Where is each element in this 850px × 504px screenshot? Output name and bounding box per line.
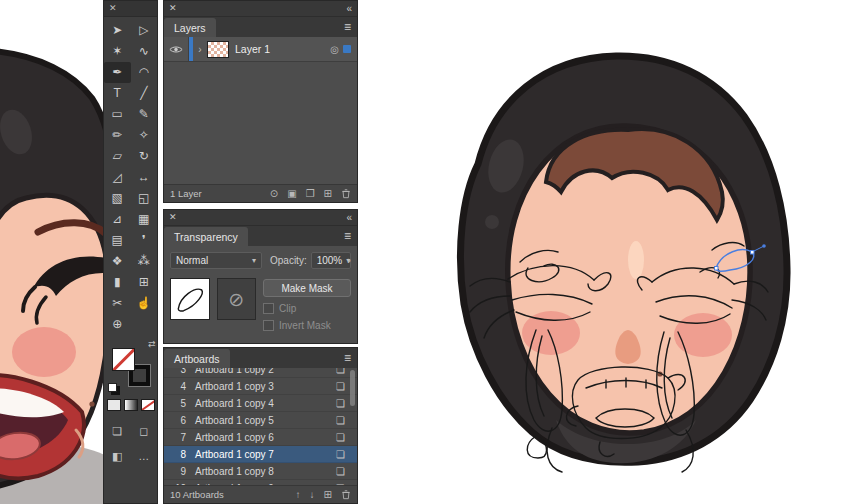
artboard-name[interactable]: Artboard 1 copy 4 <box>195 398 336 409</box>
perspective-grid-tool[interactable]: ⊿ <box>104 209 131 230</box>
clip-checkbox[interactable]: Clip <box>263 303 351 314</box>
color-button[interactable] <box>107 399 121 411</box>
gradient-button[interactable] <box>124 399 138 411</box>
lasso-tool[interactable]: ∿ <box>131 41 158 62</box>
layer-row[interactable]: › Layer 1 ◎ <box>164 37 357 62</box>
eraser-tool[interactable]: ▱ <box>104 146 131 167</box>
edit-toolbar-icon[interactable]: … <box>138 450 149 463</box>
artboard-name[interactable]: Artboard 1 copy 6 <box>195 432 336 443</box>
artboard-page-icon[interactable]: ❏ <box>336 368 345 375</box>
artboard-name[interactable]: Artboard 1 copy 7 <box>195 449 336 460</box>
default-fill-stroke-icon[interactable] <box>108 383 117 392</box>
artboard-page-icon[interactable]: ❏ <box>336 432 345 443</box>
invert-mask-checkbox[interactable]: Invert Mask <box>263 320 351 331</box>
swap-fill-stroke-icon[interactable]: ⇄ <box>148 339 156 349</box>
magic-wand-tool[interactable]: ✶ <box>104 41 131 62</box>
free-transform-tool[interactable]: ▧ <box>104 188 131 209</box>
direct-selection-tool[interactable]: ▷ <box>131 20 158 41</box>
scale-tool[interactable]: ◿ <box>104 167 131 188</box>
artboard-page-icon[interactable]: ❏ <box>336 466 345 477</box>
collapse-icon[interactable]: « <box>346 1 352 16</box>
scrollbar-thumb[interactable] <box>350 370 355 406</box>
pen-handle-dot[interactable] <box>762 244 766 248</box>
zoom-tool[interactable]: ⊕ <box>104 314 131 335</box>
visibility-toggle[interactable] <box>164 37 189 61</box>
selection-tool[interactable]: ➤ <box>104 20 131 41</box>
mask-thumbnail[interactable]: ⊘ <box>217 278 257 320</box>
hand-tool[interactable]: ☝ <box>131 293 158 314</box>
checkbox-box[interactable] <box>263 303 274 314</box>
curvature-tool[interactable]: ◠ <box>131 62 158 83</box>
none-button[interactable] <box>141 399 155 411</box>
artboard-tool[interactable]: ⊞ <box>131 272 158 293</box>
draw-inside-icon[interactable]: ◻ <box>139 425 148 438</box>
main-artwork[interactable] <box>460 56 787 472</box>
new-layer-icon[interactable]: ⊞ <box>324 188 332 199</box>
target-icon[interactable]: ◎ <box>330 44 339 55</box>
artboard-row[interactable]: 6 Artboard 1 copy 5 ❏ <box>164 412 357 429</box>
object-thumbnail[interactable] <box>170 278 210 320</box>
blend-mode-select[interactable]: Normal ▾ <box>170 252 262 269</box>
screen-mode-icon[interactable]: ◧ <box>112 450 122 463</box>
eyedropper-tool[interactable]: ❜ <box>131 230 158 251</box>
width-tool[interactable]: ↔ <box>131 167 158 188</box>
opacity-input[interactable]: 100% ▾ <box>311 252 351 269</box>
artboard-name[interactable]: Artboard 1 copy 5 <box>195 415 336 426</box>
shaper-tool[interactable]: ✧ <box>131 125 158 146</box>
artboard-page-icon[interactable]: ❏ <box>336 449 345 460</box>
move-down-icon[interactable]: ↓ <box>310 489 315 500</box>
artboard-page-icon[interactable]: ❏ <box>336 398 345 409</box>
rectangle-tool[interactable]: ▭ <box>104 104 131 125</box>
artboard-row[interactable]: 3 Artboard 1 copy 2 ❏ <box>164 368 357 378</box>
panel-menu-icon[interactable]: ≡ <box>344 17 357 37</box>
symbol-sprayer-tool[interactable]: ⁂ <box>131 251 158 272</box>
expand-arrow-icon[interactable]: › <box>193 44 207 55</box>
artboard-row[interactable]: 7 Artboard 1 copy 6 ❏ <box>164 429 357 446</box>
type-tool[interactable]: T <box>104 83 131 104</box>
shape-builder-tool[interactable]: ◱ <box>131 188 158 209</box>
artboard-row-selected[interactable]: 8 Artboard 1 copy 7 ❏ <box>164 446 357 463</box>
layer-name[interactable]: Layer 1 <box>235 43 330 55</box>
blend-tool[interactable]: ❖ <box>104 251 131 272</box>
new-artboard-icon[interactable]: ⊞ <box>324 489 332 500</box>
fill-swatch[interactable] <box>112 348 135 371</box>
panel-menu-icon[interactable]: ≡ <box>344 348 357 368</box>
tab-transparency[interactable]: Transparency <box>164 227 248 246</box>
pencil-tool[interactable]: ✏ <box>104 125 131 146</box>
make-clipping-mask-icon[interactable]: ▣ <box>287 188 296 199</box>
panel-options-arrow[interactable]: › <box>347 254 351 266</box>
artboard-page-icon[interactable]: ❏ <box>336 381 345 392</box>
close-icon[interactable]: ✕ <box>109 3 117 13</box>
line-segment-tool[interactable]: ╱ <box>131 83 158 104</box>
tab-artboards[interactable]: Artboards <box>164 349 230 368</box>
artboard-row[interactable]: 5 Artboard 1 copy 4 ❏ <box>164 395 357 412</box>
move-up-icon[interactable]: ↑ <box>296 489 301 500</box>
artboard-row[interactable]: 4 Artboard 1 copy 3 ❏ <box>164 378 357 395</box>
pen-tool[interactable]: ✒ <box>104 62 131 83</box>
selected-art-indicator[interactable] <box>343 45 351 53</box>
gradient-tool[interactable]: ▤ <box>104 230 131 251</box>
paintbrush-tool[interactable]: ✎ <box>131 104 158 125</box>
artboard-name[interactable]: Artboard 1 copy 3 <box>195 381 336 392</box>
make-mask-button[interactable]: Make Mask <box>263 279 351 297</box>
artboard-row[interactable]: 9 Artboard 1 copy 8 ❏ <box>164 463 357 480</box>
pen-anchor-point[interactable] <box>751 251 755 255</box>
close-icon[interactable]: ✕ <box>169 210 177 225</box>
slice-tool[interactable]: ✂ <box>104 293 131 314</box>
tab-layers[interactable]: Layers <box>164 18 216 37</box>
mesh-tool[interactable]: ▦ <box>131 209 158 230</box>
draw-mode-icon[interactable]: ❏ <box>112 425 122 438</box>
checkbox-box[interactable] <box>263 320 274 331</box>
collapse-icon[interactable]: « <box>346 210 352 225</box>
new-sublayer-icon[interactable]: ❐ <box>306 188 315 199</box>
artboard-page-icon[interactable]: ❏ <box>336 415 345 426</box>
layer-thumbnail[interactable] <box>207 41 229 58</box>
trash-icon[interactable] <box>341 489 351 500</box>
panel-menu-icon[interactable]: ≡ <box>344 226 357 246</box>
locate-object-icon[interactable]: ⊙ <box>270 188 278 199</box>
trash-icon[interactable] <box>341 188 351 199</box>
rotate-tool[interactable]: ↻ <box>131 146 158 167</box>
close-icon[interactable]: ✕ <box>169 1 177 16</box>
pen-anchor-point[interactable] <box>715 267 719 271</box>
column-graph-tool[interactable]: ▮ <box>104 272 131 293</box>
